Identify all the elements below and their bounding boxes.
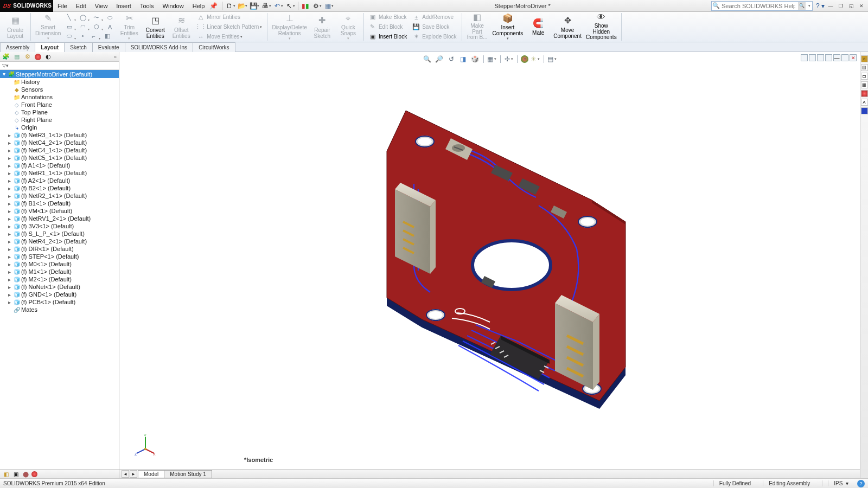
minimize-button[interactable]: — <box>826 2 835 10</box>
spline-tool-icon[interactable]: 〜 <box>92 14 100 22</box>
sb-icon-1[interactable]: ◧ <box>2 470 10 478</box>
help-search[interactable]: 🔍 🔍 ▾ <box>711 1 813 11</box>
tree-item[interactable]: ▸🧊(f) M1<1> (Default) <box>0 268 119 275</box>
show-hidden-components-button[interactable]: 👁Show Hidden Components <box>584 13 619 41</box>
tree-item[interactable]: ▸🧊(f) NetRV1_2<1> (Default) <box>0 215 119 222</box>
mtab-scroll-left[interactable]: ◄ <box>122 470 129 478</box>
tree-item[interactable]: ▸🧊(f) A2<1> (Default) <box>0 177 119 184</box>
create-layout-button[interactable]: ▦Create Layout <box>2 13 28 41</box>
tree-item[interactable]: ◇Front Plane <box>0 101 119 108</box>
options-button[interactable]: ⚙▾ <box>311 2 322 10</box>
tree-item[interactable]: ▸🧊(f) VM<1> (Default) <box>0 207 119 215</box>
view-triad[interactable]: Y X Z <box>135 434 156 455</box>
save-block-button[interactable]: 💾Save Block <box>410 22 459 31</box>
quick-snaps-button[interactable]: ⌖Quick Snaps▾ <box>335 13 361 41</box>
mtab-scroll-right[interactable]: ► <box>130 470 137 478</box>
status-help-icon[interactable]: ? <box>857 480 865 487</box>
convert-entities-button[interactable]: ◳Convert Entities <box>142 13 168 41</box>
fm-collapse-button[interactable]: » <box>114 54 117 60</box>
prev-view-icon[interactable]: ↺ <box>446 54 456 64</box>
mirror-entities-button[interactable]: △Mirror Entities <box>194 12 265 22</box>
menu-view[interactable]: View <box>91 0 112 11</box>
tab-circuitworks[interactable]: CircuitWorks <box>193 42 235 52</box>
tree-item[interactable]: ▸🧊(f) STEP<1> (Default) <box>0 253 119 260</box>
smart-dimension-button[interactable]: ✎Smart Dimension▾ <box>33 13 63 41</box>
tree-item[interactable]: ▸🧊(f) M0<1> (Default) <box>0 260 119 268</box>
plane-tool-icon[interactable]: ◧ <box>103 32 111 40</box>
menu-help[interactable]: Help <box>188 0 209 11</box>
make-block-button[interactable]: ▣Make Block <box>366 12 410 22</box>
menu-file[interactable]: File <box>53 0 72 11</box>
tree-item[interactable]: ▸🧊(f) NetC4_1<1> (Default) <box>0 146 119 154</box>
feature-tree[interactable]: ▾🧩StepperMotroDriver (Default)📁History◆S… <box>0 70 119 469</box>
tree-item[interactable]: ▸🧊(f) NoNet<1> (Default) <box>0 283 119 291</box>
tree-item[interactable]: ▸🧊(f) B2<1> (Default) <box>0 184 119 192</box>
tree-item[interactable]: 📁Annotations <box>0 93 119 101</box>
status-units[interactable]: IPS ▾ <box>822 480 848 486</box>
poly-tool-icon[interactable]: ⬡ <box>92 23 100 31</box>
hide-show-icon[interactable]: ✢ <box>504 54 514 64</box>
tree-item[interactable]: ▸🧊(f) PCB<1> (Default) <box>0 298 119 306</box>
mate-button[interactable]: 🧲Mate <box>525 13 551 41</box>
sb-icon-2[interactable]: ▣ <box>12 470 20 478</box>
tree-item[interactable]: ▸🧊(f) NetR3_1<1> (Default) <box>0 131 119 139</box>
rebuild-button[interactable]: ▦▾ <box>323 2 334 10</box>
display-delete-relations-button[interactable]: ⊥Display/Delete Relations▾ <box>270 13 309 41</box>
insert-block-button[interactable]: ▣Insert Block <box>366 32 410 41</box>
search-go-icon[interactable]: 🔍 <box>798 2 806 10</box>
fillet-tool-icon[interactable]: ⌐ <box>90 32 98 40</box>
tree-item[interactable]: ▸🧊(f) GND<1> (Default) <box>0 291 119 298</box>
rebuild-traffic-icon[interactable]: ▮▮ <box>301 2 310 10</box>
circle-tool-icon[interactable]: ◯ <box>79 14 87 22</box>
search-dropdown[interactable]: ▾ <box>807 4 812 8</box>
mtab-model[interactable]: Model <box>138 470 164 478</box>
menu-window[interactable]: Window <box>158 0 188 11</box>
move-entities-button[interactable]: ↔Move Entities <box>194 32 265 41</box>
restore-button[interactable]: ❐ <box>837 2 845 10</box>
sb-icon-3[interactable]: ⬤ <box>22 470 29 478</box>
tab-addins[interactable]: SOLIDWORKS Add-Ins <box>125 42 193 52</box>
save-button[interactable]: 💾▾ <box>249 2 259 10</box>
tp-viewpalette-icon[interactable]: ▦ <box>861 81 868 88</box>
repair-sketch-button[interactable]: ✚Repair Sketch <box>309 13 335 41</box>
tree-item[interactable]: ◆Sensors <box>0 86 119 93</box>
explode-block-button[interactable]: ✶Explode Block <box>410 32 459 41</box>
zoom-area-icon[interactable]: 🔎 <box>435 54 444 64</box>
fm-tab-appearance-icon[interactable] <box>35 54 41 60</box>
insert-components-button[interactable]: 📦Insert Components▾ <box>490 13 526 41</box>
print-button[interactable]: 🖶▾ <box>261 2 271 10</box>
arc-tool-icon[interactable]: ◠ <box>79 23 87 31</box>
tab-sketch[interactable]: Sketch <box>64 42 93 52</box>
tp-appearances-icon[interactable] <box>861 90 868 97</box>
tp-forum-icon[interactable] <box>861 107 868 114</box>
vp-4-button[interactable] <box>825 54 832 61</box>
tab-evaluate[interactable]: Evaluate <box>92 42 125 52</box>
vp-link-button[interactable] <box>817 54 824 61</box>
close-button[interactable]: ✕ <box>857 2 866 10</box>
vp-min-button[interactable]: — <box>833 54 840 61</box>
move-component-button[interactable]: ✥Move Component <box>551 13 584 41</box>
open-doc-button[interactable]: 📂▾ <box>237 2 247 10</box>
menu-edit[interactable]: Edit <box>72 0 91 11</box>
tree-item[interactable]: 📁History <box>0 78 119 86</box>
tab-assembly[interactable]: Assembly <box>0 42 35 52</box>
fm-tab-tree-icon[interactable]: 🧩 <box>2 53 10 61</box>
tree-item[interactable]: ▸🧊(f) B1<1> (Default) <box>0 200 119 207</box>
point-tool-icon[interactable]: ∘ <box>79 32 87 40</box>
zoom-fit-icon[interactable]: 🔍 <box>423 54 432 64</box>
restore2-button[interactable]: ◱ <box>847 2 856 10</box>
tp-fileexp-icon[interactable]: 🗀 <box>861 73 868 80</box>
linear-sketch-pattern-button[interactable]: ⋮⋮Linear Sketch Pattern <box>194 22 265 31</box>
rect-tool-icon[interactable]: ▭ <box>65 23 73 31</box>
new-doc-button[interactable]: 🗋▾ <box>225 2 235 10</box>
tree-item[interactable]: ▸🧊(f) NetC4_2<1> (Default) <box>0 139 119 146</box>
tp-designlib-icon[interactable]: ▤ <box>861 64 868 71</box>
tree-item[interactable]: ◇Right Plane <box>0 116 119 124</box>
search-input[interactable] <box>720 2 796 10</box>
edit-block-button[interactable]: ✎Edit Block <box>366 22 410 31</box>
tree-item[interactable]: ▸🧊(f) S_L_P_<1> (Default) <box>0 230 119 237</box>
vp-close-button[interactable]: ✕ <box>850 54 857 61</box>
mtab-motion-study[interactable]: Motion Study 1 <box>164 470 212 478</box>
view-orient-icon[interactable]: 🎲 <box>470 54 480 64</box>
offset-entities-button[interactable]: ≋Offset Entities <box>168 13 194 41</box>
